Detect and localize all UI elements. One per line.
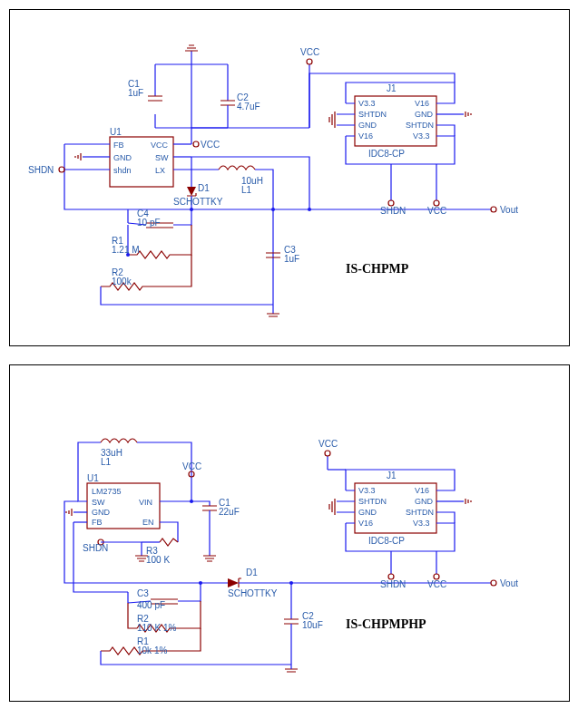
- svg-point-77: [199, 581, 202, 585]
- svg-text:VCC: VCC: [182, 461, 201, 471]
- svg-text:VCC: VCC: [201, 140, 220, 150]
- svg-text:V16: V16: [358, 519, 373, 528]
- cap-c2: [220, 101, 235, 105]
- svg-text:4.7uF: 4.7uF: [237, 102, 260, 112]
- schematic-bot: U1 LM2735 SW GND FB VIN EN 33uH L1 VCC R…: [9, 364, 570, 702]
- title-top: IS-CHPMP: [346, 262, 409, 276]
- u1-ref: U1: [110, 127, 122, 137]
- title-bot: IS-CHPMPHP: [346, 617, 426, 631]
- inductor-l1b: [101, 439, 137, 442]
- svg-text:1.21 M: 1.21 M: [112, 245, 140, 255]
- svg-text:1uF: 1uF: [128, 88, 143, 98]
- svg-text:V16: V16: [415, 486, 429, 495]
- cap-c1b: [202, 506, 217, 510]
- svg-text:GND: GND: [92, 508, 111, 517]
- schematic-top-svg: U1 FB GND shdn VCC SW LX SHDN VCC C1 1uF…: [10, 10, 554, 318]
- svg-point-85: [491, 580, 496, 586]
- svg-text:SHTDN: SHTDN: [358, 497, 387, 506]
- svg-text:SW: SW: [92, 498, 105, 507]
- svg-text:22uF: 22uF: [219, 507, 240, 517]
- schematic-top: U1 FB GND shdn VCC SW LX SHDN VCC C1 1uF…: [9, 9, 570, 346]
- schematic-bot-svg: U1 LM2735 SW GND FB VIN EN 33uH L1 VCC R…: [10, 365, 554, 674]
- svg-text:GND: GND: [415, 497, 434, 506]
- svg-text:L1: L1: [241, 185, 252, 195]
- svg-point-49: [307, 59, 312, 64]
- svg-text:VCC: VCC: [151, 141, 169, 150]
- svg-text:D1: D1: [246, 568, 258, 578]
- svg-point-14: [193, 141, 199, 147]
- svg-text:SW: SW: [155, 153, 169, 162]
- svg-text:V3.3: V3.3: [413, 519, 430, 528]
- svg-text:10uF: 10uF: [302, 620, 323, 630]
- svg-text:C3: C3: [137, 588, 149, 598]
- svg-text:GND: GND: [415, 110, 434, 119]
- svg-point-32: [126, 253, 130, 257]
- svg-text:GND: GND: [113, 153, 132, 162]
- svg-text:110 K 1%: 110 K 1%: [137, 623, 176, 633]
- svg-text:IDC8-CP: IDC8-CP: [368, 149, 405, 159]
- svg-text:VCC: VCC: [318, 439, 338, 449]
- svg-text:U1: U1: [87, 473, 99, 483]
- svg-text:SCHOTTKY: SCHOTTKY: [173, 197, 223, 207]
- svg-point-99: [325, 451, 330, 456]
- svg-point-12: [59, 167, 64, 172]
- svg-text:J1: J1: [387, 471, 397, 480]
- svg-text:Vout: Vout: [500, 578, 518, 588]
- svg-text:FB: FB: [92, 518, 103, 527]
- svg-text:IDC8-CP: IDC8-CP: [368, 536, 405, 546]
- svg-text:100 K: 100 K: [146, 555, 170, 565]
- svg-text:VCC: VCC: [427, 579, 446, 589]
- svg-text:LM2735: LM2735: [92, 487, 122, 496]
- inductor-l1: [219, 166, 255, 170]
- svg-text:GND: GND: [358, 508, 377, 517]
- svg-text:V16: V16: [415, 99, 429, 108]
- svg-text:L1: L1: [101, 457, 112, 467]
- svg-text:VCC: VCC: [300, 47, 319, 57]
- svg-text:SHDN: SHDN: [28, 165, 54, 175]
- svg-text:400 pF: 400 pF: [137, 600, 165, 610]
- svg-text:LX: LX: [155, 166, 165, 175]
- svg-text:V16: V16: [358, 131, 373, 141]
- svg-text:SHTDN: SHTDN: [406, 508, 434, 517]
- svg-text:10k 1%: 10k 1%: [137, 645, 167, 655]
- vout-label: Vout: [500, 205, 518, 215]
- svg-text:V3.3: V3.3: [413, 131, 430, 141]
- gnd-icon: [75, 153, 81, 160]
- svg-text:EN: EN: [142, 518, 154, 527]
- svg-text:100k: 100k: [112, 277, 132, 286]
- diode-d1: [187, 187, 196, 196]
- svg-text:FB: FB: [113, 141, 124, 150]
- svg-text:shdn: shdn: [113, 166, 132, 175]
- res-r3: [160, 539, 178, 546]
- svg-text:V3.3: V3.3: [358, 486, 376, 495]
- svg-text:VIN: VIN: [139, 498, 152, 507]
- cap-c1: [148, 96, 162, 101]
- svg-text:VCC: VCC: [427, 206, 446, 216]
- svg-text:SHDN: SHDN: [380, 206, 406, 216]
- svg-text:GND: GND: [358, 121, 377, 130]
- svg-text:V3.3: V3.3: [358, 99, 376, 108]
- svg-text:10 pF: 10 pF: [137, 218, 161, 228]
- svg-text:J1: J1: [387, 83, 397, 93]
- svg-text:D1: D1: [198, 183, 210, 193]
- svg-text:SHTDN: SHTDN: [358, 110, 387, 119]
- diode-d1b: [228, 578, 239, 587]
- svg-text:SHDN: SHDN: [380, 579, 406, 589]
- svg-text:SHTDN: SHTDN: [406, 121, 434, 130]
- svg-text:SCHOTTKY: SCHOTTKY: [228, 588, 278, 598]
- svg-text:SHDN: SHDN: [83, 543, 108, 553]
- svg-point-38: [491, 207, 496, 212]
- svg-text:1uF: 1uF: [284, 254, 299, 264]
